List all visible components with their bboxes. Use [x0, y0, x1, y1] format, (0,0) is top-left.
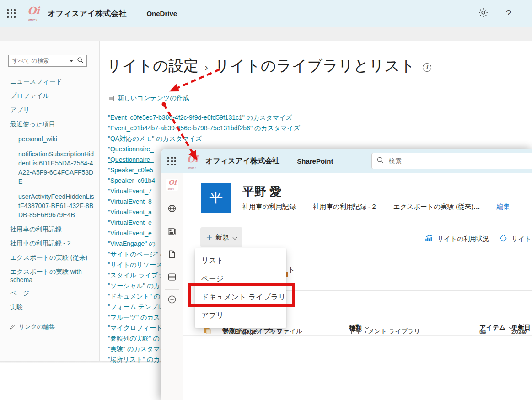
- site-nav-item[interactable]: エクスポートの実験 (従来): [393, 203, 473, 211]
- menu-item[interactable]: リスト: [195, 251, 286, 270]
- sharepoint-search-box[interactable]: [371, 153, 532, 169]
- new-dropdown-menu: リストページドキュメント ライブラリアプリ: [195, 248, 286, 328]
- hidden-heading-tick: [286, 272, 288, 277]
- site-title: 平野 愛: [242, 184, 281, 200]
- sidebar-nav-item[interactable]: 社用車の利用記録: [10, 225, 100, 234]
- sidebar-nav-item[interactable]: ニュースフィード: [10, 78, 100, 86]
- site-nav: 社用車の利用記録社用車の利用記録 - 2エクスポートの実験 (従来): [242, 203, 473, 211]
- page-title: サイトの設定 › サイトのライブラリとリスト i: [107, 56, 431, 76]
- menu-item[interactable]: ページ: [195, 270, 286, 288]
- site-usage-link[interactable]: サイトの利用状況: [437, 235, 489, 243]
- add-app-icon[interactable]: [167, 294, 177, 304]
- sync-icon: [500, 235, 507, 244]
- suite-sub-band: [0, 27, 532, 41]
- sidebar-nav-item[interactable]: アプリ: [10, 106, 100, 114]
- commandbar-right: サイトの利用状況 サイト: [425, 234, 531, 244]
- page-title-part2: サイトのライブラリとリスト: [215, 56, 415, 76]
- settings-gear-icon[interactable]: [478, 7, 489, 20]
- document-library-icon: [204, 327, 222, 336]
- header-divider: [183, 225, 532, 225]
- menu-item[interactable]: アプリ: [195, 306, 286, 325]
- breadcrumb-separator: ›: [205, 62, 208, 73]
- app-launcher-icon[interactable]: [167, 157, 176, 165]
- pencil-icon: [9, 324, 16, 330]
- sharepoint-topbar: Oi office i オフィスアイ株式会社 SharePoint: [161, 149, 532, 173]
- table-divider: [183, 379, 532, 379]
- sidebar-nav-group-1: ニュースフィードプロファイルアプリ最近使った項目: [0, 78, 100, 128]
- site-nav-item[interactable]: 社用車の利用記録 - 2: [313, 203, 376, 211]
- globe-icon[interactable]: [167, 203, 177, 213]
- onedrive-topbar: Oi office i オフィスアイ株式会社 OneDrive ?: [0, 0, 532, 27]
- news-icon[interactable]: [167, 226, 177, 236]
- quick-launch-sidebar: ニュースフィードプロファイルアプリ最近使った項目 personal_wikino…: [0, 41, 100, 361]
- org-name: オフィスアイ株式会社: [205, 156, 279, 166]
- sidebar-recent-item[interactable]: personal_wiki: [18, 134, 95, 144]
- search-icon[interactable]: [77, 57, 84, 65]
- sidebar-nav-item[interactable]: 実験: [10, 304, 100, 312]
- screenshot-canvas: Oi office i オフィスアイ株式会社 OneDrive ?: [0, 0, 532, 400]
- sidebar-search-input[interactable]: [11, 57, 69, 64]
- search-icon: [376, 156, 384, 166]
- left-app-rail: Oi office i: [161, 173, 183, 400]
- app-name-onedrive[interactable]: OneDrive: [146, 10, 177, 17]
- site-logo-thumb[interactable]: Oi office i: [166, 179, 178, 191]
- site-workflow-link[interactable]: サイト: [511, 235, 531, 243]
- customize-link[interactable]: "Event_c91b44b7-ab39-456e-b798-75c131bdf…: [108, 123, 300, 133]
- sidebar-nav-item[interactable]: ページ: [10, 289, 100, 298]
- site-nav-item[interactable]: 社用車の利用記録: [242, 203, 296, 211]
- app-name-sharepoint[interactable]: SharePoint: [297, 157, 333, 165]
- nav-more-button[interactable]: …: [473, 203, 481, 211]
- page-title-part1: サイトの設定: [107, 56, 199, 76]
- annotation-arrow-2-start-dot: [162, 102, 166, 107]
- edit-nav-link[interactable]: 編集: [497, 203, 510, 211]
- page-icon[interactable]: [167, 249, 177, 259]
- edit-links-button[interactable]: リンクの編集: [9, 323, 100, 331]
- row-items: 0: [479, 328, 511, 335]
- sidebar-nav-item[interactable]: プロファイル: [10, 92, 100, 100]
- search-scope-caret-icon[interactable]: [70, 60, 73, 62]
- sharepoint-search-input[interactable]: [388, 157, 531, 165]
- sidebar-nav-group-2: 社用車の利用記録社用車の利用記録 - 2エクスポートの実験 (従来)エクスポート…: [0, 225, 100, 312]
- sidebar-nav-item[interactable]: 社用車の利用記録 - 2: [10, 240, 100, 248]
- plus-icon: +: [206, 233, 212, 242]
- org-name: オフィスアイ株式会社: [48, 8, 126, 19]
- new-button[interactable]: + 新規: [200, 227, 242, 247]
- site-usage-chart-icon: [425, 234, 433, 244]
- info-icon: i: [423, 63, 431, 72]
- create-content-link[interactable]: 新しいコンテンツの作成: [118, 94, 189, 102]
- sidebar-recent-group: personal_wikinotificationSubscriptionHid…: [0, 134, 100, 219]
- sharepoint-window: Oi office i オフィスアイ株式会社 SharePoint Oi off…: [161, 149, 532, 400]
- chevron-down-icon: [232, 235, 237, 240]
- content-divider: [286, 290, 532, 291]
- sidebar-nav-item[interactable]: エクスポートの実験 with schema: [10, 268, 100, 283]
- customize-link[interactable]: "QA対応のメモ" のカスタマイズ: [108, 133, 300, 144]
- sidebar-nav-item[interactable]: エクスポートの実験 (従来): [10, 254, 100, 262]
- row-name: スタイル ライブラリ: [222, 327, 349, 336]
- site-nav-end: … 編集: [473, 203, 510, 211]
- customize-link[interactable]: "Event_c0fe5ec7-b30d-4f2c-9f9d-e6fd59f13…: [108, 112, 300, 123]
- create-content-row: 新しいコンテンツの作成: [108, 94, 189, 102]
- sidebar-nav-item[interactable]: 最近使った項目: [10, 120, 100, 128]
- sidebar-search-box[interactable]: [8, 55, 87, 67]
- row-type: ドキュメント ライブラリ: [349, 327, 479, 336]
- help-icon[interactable]: ?: [506, 8, 511, 19]
- row-updated: 2015/: [511, 328, 532, 335]
- menu-item[interactable]: ドキュメント ライブラリ: [195, 288, 286, 306]
- create-content-icon: [108, 96, 114, 101]
- company-logo: Oi office i: [27, 5, 44, 22]
- company-logo: Oi office i: [187, 153, 202, 169]
- table-divider: [183, 357, 532, 357]
- sidebar-recent-item[interactable]: userActivityFeedHiddenListF4387007-BE61-…: [18, 192, 95, 219]
- hidden-heading-fragment: ト: [288, 266, 295, 275]
- rail-divider: [165, 289, 179, 290]
- site-avatar[interactable]: 平: [201, 183, 231, 213]
- sidebar-recent-item[interactable]: notificationSubscriptionHiddenList6D1E55…: [18, 149, 95, 186]
- lists-icon[interactable]: [167, 272, 177, 282]
- app-launcher-icon[interactable]: [7, 9, 16, 18]
